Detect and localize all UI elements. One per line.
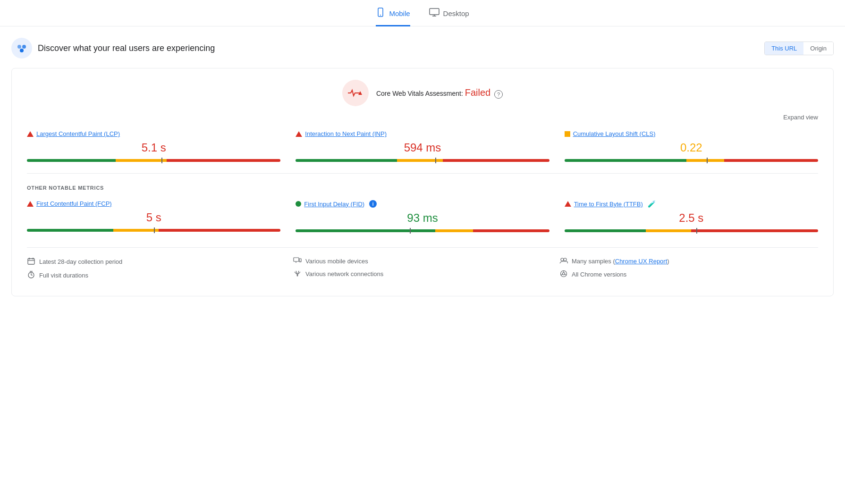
- expand-view[interactable]: Expand view: [27, 114, 818, 121]
- metric-ttfb: Time to First Byte (TTFB)🧪 2.5 s: [565, 200, 818, 232]
- footer-col-2: Various mobile devices Various network c…: [293, 257, 552, 285]
- info-icon[interactable]: i: [369, 200, 377, 208]
- bar-marker: [435, 158, 436, 163]
- vitals-icon: [342, 80, 369, 106]
- svg-point-25: [564, 258, 566, 261]
- header-title: Discover what your real users are experi…: [38, 43, 215, 53]
- bar-segment-orange: [646, 229, 692, 232]
- bar-segment-red: [443, 159, 549, 162]
- network-icon: [293, 270, 302, 278]
- svg-rect-11: [28, 259, 34, 264]
- calendar-icon: [27, 257, 35, 266]
- tab-desktop[interactable]: Desktop: [429, 8, 469, 26]
- other-metrics-grid: First Contentful Paint (FCP) 5 s First I…: [27, 200, 818, 236]
- svg-point-23: [297, 275, 298, 277]
- chrome-ux-report-link[interactable]: Chrome UX Report: [615, 258, 668, 265]
- svg-point-5: [17, 45, 21, 49]
- tab-mobile-label: Mobile: [389, 9, 410, 17]
- bar-track: [565, 159, 818, 162]
- footer-col-1: Latest 28-day collection period Full vis…: [27, 257, 286, 285]
- svg-point-24: [561, 258, 564, 261]
- metric-cls-bar: [565, 159, 818, 162]
- tab-desktop-label: Desktop: [443, 9, 469, 17]
- visit-durations-text: Full visit durations: [39, 272, 88, 279]
- footer-item-network: Various network connections: [293, 270, 552, 278]
- bar-segment-red: [473, 229, 549, 232]
- metric-ttfb-link[interactable]: Time to First Byte (TTFB): [574, 201, 643, 208]
- svg-point-1: [380, 15, 381, 16]
- other-metrics-section: OTHER NOTABLE METRICS First Contentful P…: [27, 185, 818, 236]
- url-origin-toggle: This URL Origin: [764, 42, 834, 55]
- metric-cls-link[interactable]: Cumulative Layout Shift (CLS): [573, 130, 656, 137]
- metric-ttfb-bar: [565, 229, 818, 232]
- metric-inp-bar: [296, 159, 549, 162]
- metric-inp-link[interactable]: Interaction to Next Paint (INP): [305, 130, 387, 137]
- square-orange-icon: [565, 131, 570, 137]
- bar-segment-green: [27, 159, 116, 162]
- bar-segment-green: [296, 159, 397, 162]
- assessment-status: Failed: [465, 87, 490, 98]
- bar-track: [565, 229, 818, 232]
- metric-lcp: Largest Contentful Paint (LCP) 5.1 s: [27, 130, 280, 162]
- metric-inp-value: 594 ms: [296, 141, 549, 154]
- metric-fid-link[interactable]: First Input Delay (FID): [304, 201, 364, 208]
- metric-fid-value: 93 ms: [296, 211, 549, 225]
- svg-rect-2: [430, 8, 439, 15]
- triangle-red-icon: [27, 201, 34, 207]
- metric-inp-label: Interaction to Next Paint (INP): [296, 130, 549, 137]
- metric-fcp-bar: [27, 229, 280, 232]
- bar-marker: [410, 228, 411, 234]
- svg-point-27: [563, 273, 565, 275]
- header-row: Discover what your real users are experi…: [0, 38, 845, 68]
- tab-mobile[interactable]: Mobile: [376, 8, 410, 26]
- collection-period-text: Latest 28-day collection period: [39, 258, 122, 265]
- bar-segment-red: [159, 229, 280, 232]
- metric-lcp-label: Largest Contentful Paint (LCP): [27, 130, 280, 137]
- svg-point-6: [22, 45, 26, 49]
- svg-point-22: [300, 261, 301, 262]
- bar-track: [296, 229, 549, 232]
- bar-marker: [696, 228, 697, 234]
- header-left: Discover what your real users are experi…: [11, 38, 215, 59]
- bar-track: [296, 159, 549, 162]
- metric-fid: First Input Delay (FID)i 93 ms: [296, 200, 549, 232]
- bar-marker: [707, 158, 708, 163]
- metric-cls-label: Cumulative Layout Shift (CLS): [565, 130, 818, 137]
- vitals-help-icon[interactable]: ?: [494, 90, 503, 99]
- footer-grid: Latest 28-day collection period Full vis…: [27, 247, 818, 285]
- footer-item-visits: Full visit durations: [27, 271, 286, 280]
- bar-segment-red: [691, 229, 818, 232]
- origin-button[interactable]: Origin: [803, 42, 833, 55]
- triangle-red-icon: [296, 131, 302, 137]
- bar-segment-green: [565, 159, 686, 162]
- metric-fid-label: First Input Delay (FID)i: [296, 200, 549, 208]
- metric-ttfb-value: 2.5 s: [565, 211, 818, 225]
- other-metrics-label: OTHER NOTABLE METRICS: [27, 185, 818, 191]
- bar-segment-green: [565, 229, 646, 232]
- circle-green-icon: [296, 201, 301, 207]
- footer-col-3: Many samples (Chrome UX Report) All Chro…: [559, 257, 818, 285]
- vitals-header: Core Web Vitals Assessment: Failed ?: [27, 80, 818, 106]
- triangle-red-icon: [565, 201, 571, 207]
- samples-icon: [559, 257, 568, 265]
- bar-segment-green: [27, 229, 113, 232]
- core-metrics-grid: Largest Contentful Paint (LCP) 5.1 s Int…: [27, 130, 818, 174]
- this-url-button[interactable]: This URL: [765, 42, 803, 55]
- metric-cls-value: 0.22: [565, 141, 818, 154]
- bar-segment-orange: [435, 229, 473, 232]
- triangle-red-icon: [27, 131, 34, 137]
- metric-fcp-label: First Contentful Paint (FCP): [27, 200, 280, 207]
- footer-item-collection: Latest 28-day collection period: [27, 257, 286, 266]
- metric-fcp-value: 5 s: [27, 211, 280, 224]
- devices-icon: [293, 257, 302, 265]
- timer-icon: [27, 271, 35, 280]
- metric-lcp-link[interactable]: Largest Contentful Paint (LCP): [36, 130, 120, 137]
- footer-item-chrome: All Chrome versions: [559, 270, 818, 279]
- bar-segment-orange: [686, 159, 725, 162]
- bar-segment-red: [724, 159, 818, 162]
- footer-item-samples: Many samples (Chrome UX Report): [559, 257, 818, 265]
- svg-point-7: [20, 49, 24, 52]
- desktop-icon: [429, 8, 439, 19]
- mobile-devices-text: Various mobile devices: [305, 258, 368, 265]
- metric-fcp-link[interactable]: First Contentful Paint (FCP): [36, 200, 112, 207]
